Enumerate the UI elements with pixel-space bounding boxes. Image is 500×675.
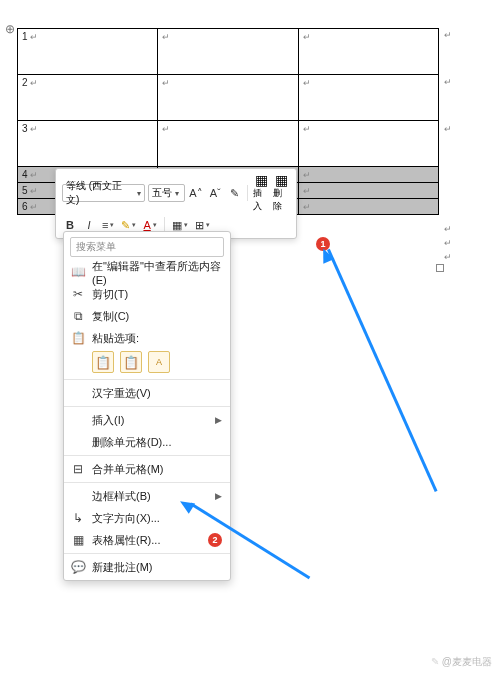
highlight-icon: ✎ — [121, 219, 130, 232]
cell-end-mark: ↵ — [303, 32, 311, 42]
table-cell[interactable]: ↵ — [298, 29, 438, 75]
cell-end-mark: ↵ — [162, 124, 170, 134]
table-insert-icon: ▦ — [255, 173, 268, 187]
separator — [64, 379, 230, 380]
menu-item-insert[interactable]: 插入(I) ▶ — [64, 409, 230, 431]
row-end-mark: ↵ — [444, 77, 452, 87]
cell-number: 5 — [22, 185, 38, 196]
chevron-down-icon: ▾ — [137, 189, 141, 198]
watermark: ✎ @麦麦电器 — [431, 655, 492, 669]
menu-item-merge-cells[interactable]: ⊟ 合并单元格(M) — [64, 458, 230, 480]
table-resize-handle[interactable] — [436, 264, 444, 272]
cell-end-mark: ↵ — [162, 32, 170, 42]
menu-item-paste-options: 📋 粘贴选项: — [64, 327, 230, 349]
row-end-mark: ↵ — [444, 124, 452, 134]
table-cell[interactable]: 2 — [18, 75, 158, 121]
paste-keep-source-button[interactable]: 📋 — [92, 351, 114, 373]
table-cell[interactable]: 3 — [18, 121, 158, 167]
align-icon: ≡ — [102, 219, 108, 231]
table-cell[interactable]: ↵ — [298, 183, 438, 199]
chevron-down-icon: ▾ — [175, 189, 179, 198]
table-anchor-icon[interactable]: ⊕ — [5, 22, 15, 36]
table-cell[interactable]: ↵ — [158, 75, 298, 121]
cell-end-mark: ↵ — [303, 186, 311, 196]
cell-end-mark: ↵ — [303, 124, 311, 134]
merge-icon: ⊟ — [70, 462, 86, 476]
table-row[interactable]: 1↵↵ — [18, 29, 439, 75]
shrink-font-button[interactable]: Aˇ — [207, 184, 223, 202]
chevron-down-icon: ▾ — [132, 221, 136, 229]
chevron-down-icon: ▾ — [206, 221, 210, 229]
chevron-right-icon: ▶ — [215, 415, 222, 425]
comment-icon: 💬 — [70, 560, 86, 574]
borders-icon: ▦ — [172, 219, 182, 232]
delete-button[interactable]: ▦ 删除 — [273, 173, 290, 213]
menu-item-cut[interactable]: ✂ 剪切(T) — [64, 283, 230, 305]
book-icon: 📖 — [70, 265, 86, 279]
copy-icon: ⧉ — [70, 309, 86, 323]
menu-item-table-properties[interactable]: ▦ 表格属性(R)... 2 — [64, 529, 230, 551]
table-cell[interactable]: ↵ — [298, 121, 438, 167]
cell-number: 4 — [22, 169, 38, 180]
font-name-combo[interactable]: 等线 (西文正文) ▾ — [62, 184, 145, 202]
insert-button[interactable]: ▦ 插入 — [253, 173, 270, 213]
paste-icon: 📋 — [70, 331, 86, 345]
cell-end-mark: ↵ — [303, 170, 311, 180]
chevron-down-icon: ▾ — [153, 221, 157, 229]
table-cell[interactable]: 1 — [18, 29, 158, 75]
row-end-mark: ↵ — [444, 252, 452, 262]
table-row[interactable]: 3↵↵ — [18, 121, 439, 167]
separator — [64, 455, 230, 456]
separator — [64, 482, 230, 483]
row-end-mark: ↵ — [444, 30, 452, 40]
scissors-icon: ✂ — [70, 287, 86, 301]
text-direction-icon: ↳ — [70, 511, 86, 525]
menu-item-new-comment[interactable]: 💬 新建批注(M) — [64, 556, 230, 578]
search-placeholder: 搜索菜单 — [76, 240, 116, 254]
table-properties-icon: ▦ — [70, 533, 86, 547]
font-color-icon: A — [143, 219, 150, 231]
table-cell[interactable]: ↵ — [158, 121, 298, 167]
grow-font-button[interactable]: A˄ — [188, 184, 205, 202]
chevron-down-icon: ▾ — [110, 221, 114, 229]
table-cell[interactable]: ↵ — [158, 29, 298, 75]
chevron-down-icon: ▾ — [184, 221, 188, 229]
table-delete-icon: ▦ — [275, 173, 288, 187]
font-size-combo[interactable]: 五号 ▾ — [148, 184, 184, 202]
chevron-right-icon: ▶ — [215, 491, 222, 501]
cell-number: 6 — [22, 201, 38, 212]
cell-end-mark: ↵ — [303, 78, 311, 88]
row-end-mark: ↵ — [444, 224, 452, 234]
cell-end-mark: ↵ — [162, 78, 170, 88]
format-painter-button[interactable]: ✎ — [226, 184, 242, 202]
table-cell[interactable]: ↵ — [298, 167, 438, 183]
cell-align-icon: ⊞ — [195, 219, 204, 232]
paste-merge-button[interactable]: 📋 — [120, 351, 142, 373]
menu-search-input[interactable]: 搜索菜单 — [70, 237, 224, 257]
menu-item-border-style[interactable]: 边框样式(B) ▶ — [64, 485, 230, 507]
font-name-value: 等线 (西文正文) — [66, 179, 134, 207]
table-cell[interactable]: ↵ — [298, 199, 438, 215]
cell-number: 2 — [22, 77, 38, 88]
separator — [247, 185, 248, 201]
cell-number: 3 — [22, 123, 38, 134]
row-end-mark: ↵ — [444, 238, 452, 248]
cell-end-mark: ↵ — [303, 202, 311, 212]
table-row[interactable]: 2↵↵ — [18, 75, 439, 121]
mini-toolbar: 等线 (西文正文) ▾ 五号 ▾ A˄ Aˇ ✎ ▦ 插入 ▦ 删除 B I ≡… — [55, 168, 297, 239]
table-cell[interactable]: ↵ — [298, 75, 438, 121]
menu-item-lookup[interactable]: 📖 在"编辑器"中查看所选内容(E) — [64, 261, 230, 283]
context-menu: 搜索菜单 📖 在"编辑器"中查看所选内容(E) ✂ 剪切(T) ⧉ 复制(C) … — [63, 231, 231, 581]
menu-item-hanzi[interactable]: 汉字重选(V) — [64, 382, 230, 404]
annotation-arrow-1 — [327, 249, 438, 492]
menu-item-delete-cells[interactable]: 删除单元格(D)... — [64, 431, 230, 453]
annotation-badge-2: 2 — [208, 533, 222, 547]
separator — [64, 406, 230, 407]
separator — [64, 553, 230, 554]
menu-item-copy[interactable]: ⧉ 复制(C) — [64, 305, 230, 327]
font-size-value: 五号 — [152, 186, 172, 200]
cell-number: 1 — [22, 31, 38, 42]
paste-options-row: 📋 📋 A — [64, 349, 230, 377]
paste-text-only-button[interactable]: A — [148, 351, 170, 373]
